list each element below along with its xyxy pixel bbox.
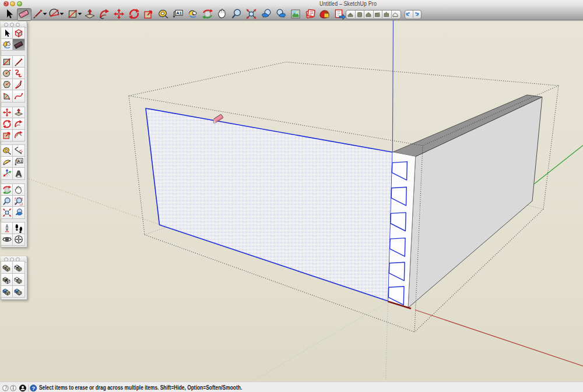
svg-text:A1: A1 xyxy=(176,10,182,16)
svg-text:?: ? xyxy=(31,385,35,391)
svg-text:A1: A1 xyxy=(17,159,23,163)
